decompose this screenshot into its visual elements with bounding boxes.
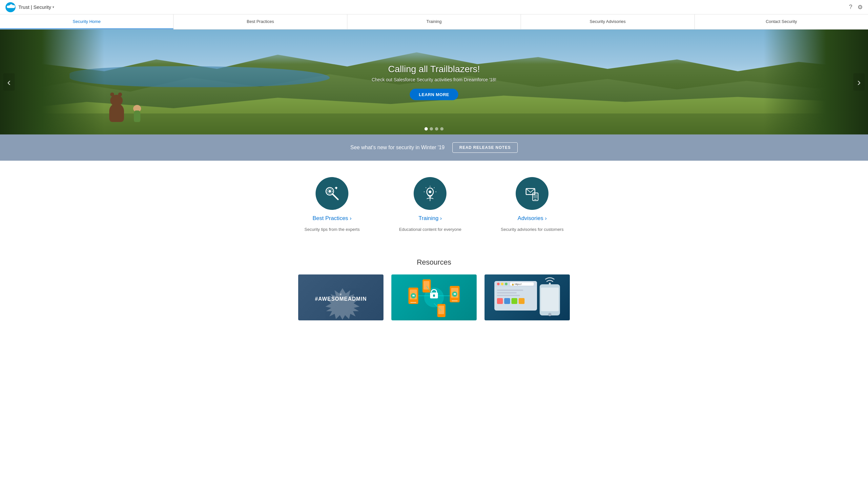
svg-text:🔒: 🔒 [512, 283, 515, 286]
nav-item-security-home[interactable]: Security Home [0, 14, 174, 29]
svg-rect-22 [433, 294, 435, 297]
training-icon-circle [414, 177, 446, 210]
salesforce-logo [5, 2, 16, 12]
hero-subtitle: Check out Salesforce Security activities… [372, 77, 496, 82]
svg-rect-18 [533, 194, 537, 198]
svg-rect-25 [410, 302, 416, 303]
resources-title: Resources [13, 258, 855, 267]
header-chevron-icon: ▾ [53, 5, 54, 9]
small-character [132, 105, 142, 122]
hero-characters [104, 89, 144, 122]
hero-trees-left [0, 30, 104, 134]
hero-banner: Calling all Trailblazers! Check out Sale… [0, 30, 868, 134]
hero-content: Calling all Trailblazers! Check out Sale… [372, 64, 496, 100]
advisories-desc: Security advisories for customers [501, 227, 563, 232]
hero-dots [425, 127, 443, 130]
small-body [134, 110, 141, 122]
svg-rect-32 [438, 305, 444, 314]
advisories-label: Advisories › [518, 215, 547, 222]
header-title: Trust | Security ▾ [19, 4, 54, 10]
nav-item-contact-security[interactable]: Contact Security [695, 14, 868, 29]
svg-point-44 [497, 283, 500, 285]
svg-line-2 [333, 194, 338, 200]
https-illustration: 🔒 https:// [485, 275, 570, 320]
main-nav: Security Home Best Practices Training Se… [0, 14, 868, 30]
svg-rect-50 [497, 290, 523, 291]
awesome-admin-text: #AWESOMEADMIN [315, 296, 367, 302]
advisories-icon-circle [516, 177, 549, 210]
svg-point-46 [505, 283, 507, 285]
hero-dot-2[interactable] [430, 127, 433, 130]
svg-rect-30 [424, 281, 429, 290]
resources-grid: # #AWESOMEADMIN [13, 275, 855, 320]
best-practices-card[interactable]: Best Practices › Security tips from the … [304, 177, 360, 232]
svg-rect-55 [512, 298, 517, 304]
release-notes-button[interactable]: READ RELEASE NOTES [453, 142, 518, 153]
svg-point-60 [549, 283, 551, 285]
bear-character [107, 99, 126, 122]
svg-rect-52 [497, 295, 520, 296]
training-label: Training › [418, 215, 442, 222]
nav-item-security-advisories[interactable]: Security Advisories [521, 14, 694, 29]
resource-card-https[interactable]: 🔒 https:// [485, 275, 570, 320]
hero-dot-1[interactable] [425, 127, 428, 130]
svg-point-3 [329, 190, 331, 192]
resources-section: Resources # #AWESOMEADMIN [0, 248, 868, 333]
release-notes-banner: See what's new for security in Winter '1… [0, 134, 868, 161]
mobile-security-illustration [391, 275, 477, 320]
nav-item-training[interactable]: Training [347, 14, 521, 29]
svg-line-10 [426, 188, 427, 188]
header-brand: Trust | Security ▾ [5, 2, 54, 12]
best-practices-desc: Security tips from the experts [304, 227, 360, 232]
training-card[interactable]: Training › Educational content for every… [399, 177, 461, 232]
svg-point-45 [501, 283, 503, 285]
burst-shape [310, 288, 375, 320]
hero-cta-button[interactable]: LEARN MORE [410, 89, 458, 100]
svg-rect-54 [504, 298, 510, 304]
header: Trust | Security ▾ ? ⚙ [0, 0, 868, 14]
icon-cards-section: Best Practices › Security tips from the … [0, 161, 868, 248]
svg-rect-40 [454, 293, 456, 295]
svg-rect-51 [497, 292, 517, 293]
resource-card-awesome-admin[interactable]: # #AWESOMEADMIN [298, 275, 383, 320]
svg-rect-53 [497, 298, 503, 304]
svg-point-13 [429, 191, 431, 193]
mail-mobile-icon [524, 185, 540, 202]
best-practices-icon-circle [316, 177, 348, 210]
nav-item-best-practices[interactable]: Best Practices [174, 14, 347, 29]
lightbulb-icon [422, 185, 438, 202]
help-icon[interactable]: ? [849, 4, 852, 11]
release-notes-text: See what's new for security in Winter '1… [350, 144, 444, 151]
hero-next-button[interactable]: › [853, 73, 865, 91]
svg-text:https://: https:// [515, 283, 522, 286]
svg-rect-56 [519, 298, 525, 304]
bear-body [109, 104, 124, 122]
svg-line-9 [434, 188, 435, 188]
svg-rect-38 [412, 295, 415, 296]
hero-title: Calling all Trailblazers! [372, 64, 496, 74]
header-icons: ? ⚙ [849, 4, 863, 11]
svg-point-59 [548, 313, 552, 316]
hero-prev-button[interactable]: ‹ [3, 73, 15, 91]
hero-dot-4[interactable] [440, 127, 443, 130]
hero-trees-right [764, 30, 868, 134]
best-practices-label: Best Practices › [313, 215, 352, 222]
hero-dot-3[interactable] [435, 127, 438, 130]
svg-rect-28 [452, 300, 458, 301]
wrench-gear-icon [324, 185, 340, 202]
svg-rect-58 [541, 288, 559, 311]
resource-card-mobile-security[interactable] [391, 275, 477, 320]
training-desc: Educational content for everyone [399, 227, 461, 232]
settings-icon[interactable]: ⚙ [858, 4, 863, 11]
advisories-card[interactable]: Advisories › Security advisories for cus… [501, 177, 563, 232]
